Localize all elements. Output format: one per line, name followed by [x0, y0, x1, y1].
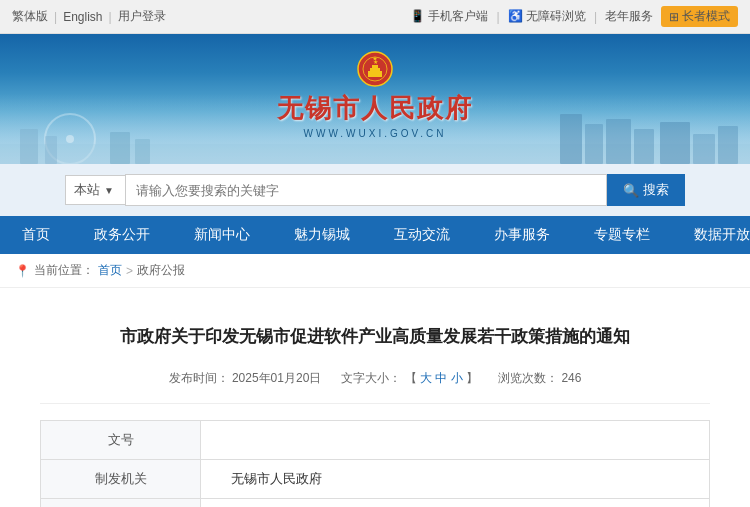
views-count: 246	[561, 371, 581, 385]
views-info: 浏览次数： 246	[498, 370, 581, 387]
nav-item-service[interactable]: 办事服务	[472, 216, 572, 254]
font-size-control: 文字大小： 【 大 中 小 】	[341, 370, 478, 387]
divider4: |	[594, 10, 597, 24]
nav-item-special[interactable]: 专题专栏	[572, 216, 672, 254]
breadcrumb: 📍 当前位置： 首页 > 政府公报	[0, 254, 750, 288]
svg-rect-8	[585, 124, 603, 164]
table-row: 制发机关 无锡市人民政府	[41, 460, 710, 499]
svg-rect-7	[560, 114, 582, 164]
font-size-medium[interactable]: 中	[435, 371, 447, 385]
label-completion-date: 成文日期	[41, 499, 201, 507]
label-issuing-org: 制发机关	[41, 460, 201, 499]
document-meta: 发布时间： 2025年01月20日 文字大小： 【 大 中 小 】 浏览次数： …	[40, 362, 710, 404]
breadcrumb-current: 政府公报	[137, 262, 185, 279]
table-row: 成文日期 2024-12-10 14:01:00	[41, 499, 710, 507]
traditional-link[interactable]: 繁体版	[12, 8, 48, 25]
divider2: |	[108, 10, 111, 24]
scope-dropdown-icon: ▼	[104, 185, 114, 196]
nav-item-data[interactable]: 数据开放	[672, 216, 750, 254]
nav-item-interact[interactable]: 互动交流	[372, 216, 472, 254]
breadcrumb-sep: >	[126, 264, 133, 278]
accessible-link[interactable]: ♿ 无障碍浏览	[508, 8, 586, 25]
senior-mode-button[interactable]: ⊞ 长者模式	[661, 6, 738, 27]
nav-item-news[interactable]: 新闻中心	[172, 216, 272, 254]
main-nav: 首页 政务公开 新闻中心 魅力锡城 互动交流 办事服务 专题专栏 数据开放	[0, 216, 750, 254]
top-bar-right: 📱 手机客户端 | ♿ 无障碍浏览 | 老年服务 ⊞ 长者模式	[410, 6, 738, 27]
svg-rect-11	[660, 122, 690, 164]
elderly-link[interactable]: 老年服务	[605, 8, 653, 25]
search-scope-selector[interactable]: 本站 ▼	[65, 175, 125, 205]
search-icon: 🔍	[623, 183, 639, 198]
nav-item-charm[interactable]: 魅力锡城	[272, 216, 372, 254]
login-link[interactable]: 用户登录	[118, 8, 166, 25]
label-doc-number: 文号	[41, 421, 201, 460]
svg-point-1	[66, 135, 74, 143]
svg-rect-13	[718, 126, 738, 164]
nav-item-govopen[interactable]: 政务公开	[72, 216, 172, 254]
publish-label: 发布时间：	[169, 371, 229, 385]
svg-rect-18	[372, 65, 378, 69]
document-info-table: 文号 制发机关 无锡市人民政府 成文日期 2024-12-10 14:01:00…	[40, 420, 710, 507]
publish-info: 发布时间： 2025年01月20日	[169, 370, 322, 387]
nav-item-home[interactable]: 首页	[0, 216, 72, 254]
svg-rect-6	[135, 139, 150, 164]
svg-rect-10	[634, 129, 654, 164]
divider3: |	[496, 10, 499, 24]
document-title: 市政府关于印发无锡市促进软件产业高质量发展若干政策措施的通知	[40, 308, 710, 362]
english-link[interactable]: English	[63, 10, 102, 24]
accessible-icon: ♿	[508, 9, 523, 23]
site-header: ★ 无锡市人民政府 WWW.WUXI.GOV.CN	[0, 34, 750, 164]
font-size-large[interactable]: 大	[420, 371, 432, 385]
table-row: 文号	[41, 421, 710, 460]
svg-text:★: ★	[373, 59, 378, 65]
national-emblem-icon: ★	[357, 51, 393, 87]
senior-mode-icon: ⊞	[669, 10, 679, 24]
breadcrumb-home[interactable]: 首页	[98, 262, 122, 279]
value-doc-number	[201, 421, 710, 460]
divider1: |	[54, 10, 57, 24]
gov-title: 无锡市人民政府	[277, 91, 473, 126]
top-bar-left: 繁体版 | English | 用户登录	[12, 8, 166, 25]
search-bar: 本站 ▼ 🔍 搜索	[0, 164, 750, 216]
search-button[interactable]: 🔍 搜索	[607, 174, 685, 206]
breadcrumb-prefix: 当前位置：	[34, 262, 94, 279]
font-size-small[interactable]: 小	[451, 371, 463, 385]
mobile-client[interactable]: 📱 手机客户端	[410, 8, 488, 25]
publish-date: 2025年01月20日	[232, 371, 321, 385]
svg-rect-9	[606, 119, 631, 164]
location-icon: 📍	[15, 264, 30, 278]
gov-subtitle: WWW.WUXI.GOV.CN	[304, 128, 447, 139]
svg-rect-3	[20, 129, 38, 164]
svg-rect-5	[110, 132, 130, 164]
search-input[interactable]	[125, 174, 607, 206]
value-issuing-org: 无锡市人民政府	[201, 460, 710, 499]
main-content: 市政府关于印发无锡市促进软件产业高质量发展若干政策措施的通知 发布时间： 202…	[0, 288, 750, 507]
svg-rect-4	[45, 136, 57, 164]
header-logo-area: ★ 无锡市人民政府 WWW.WUXI.GOV.CN	[277, 51, 473, 139]
mobile-icon: 📱	[410, 9, 425, 23]
svg-rect-12	[693, 134, 715, 164]
value-completion-date: 2024-12-10 14:01:00	[201, 499, 710, 507]
top-bar: 繁体版 | English | 用户登录 📱 手机客户端 | ♿ 无障碍浏览 |…	[0, 0, 750, 34]
